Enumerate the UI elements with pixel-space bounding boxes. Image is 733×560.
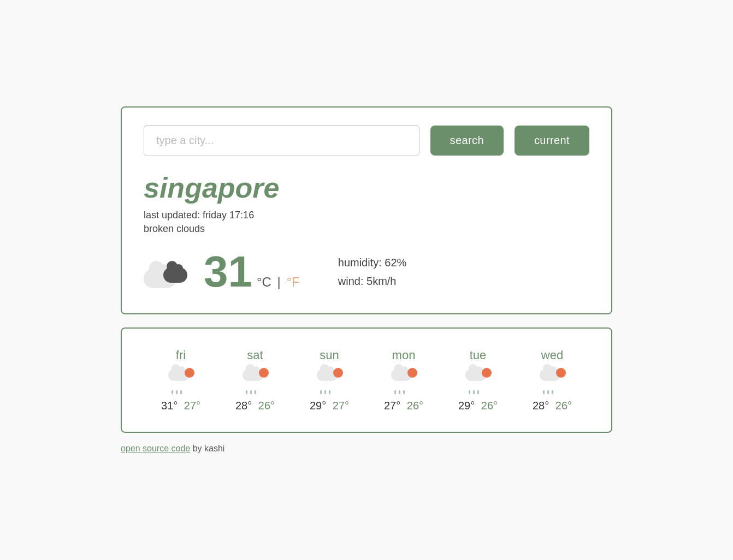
forecast-weather-icon — [539, 368, 566, 394]
forecast-high: 28° — [533, 400, 549, 412]
forecast-day-name: fri — [176, 348, 186, 362]
forecast-day-name: mon — [392, 348, 416, 362]
search-row: search current — [144, 125, 589, 156]
fahrenheit-unit[interactable]: °F — [287, 275, 300, 289]
forecast-day: sun 29° 27° — [310, 348, 349, 412]
weather-info-row: 31 °C | °F humidity: 62% wind: 5km/h — [144, 250, 589, 294]
forecast-day-name: sat — [247, 348, 263, 362]
current-button[interactable]: current — [515, 126, 589, 156]
forecast-card: fri 31° 27° sat 28° — [121, 327, 612, 433]
temperature-display: 31 °C | °F — [204, 250, 300, 294]
last-updated: last updated: friday 17:16 — [144, 210, 589, 221]
forecast-weather-icon — [316, 368, 343, 394]
forecast-high: 29° — [310, 400, 326, 412]
source-code-link[interactable]: open source code — [121, 444, 190, 453]
forecast-day: wed 28° 26° — [533, 348, 572, 412]
celsius-unit[interactable]: °C — [257, 275, 271, 289]
forecast-low: 26° — [258, 400, 275, 412]
forecast-low: 27° — [333, 400, 349, 412]
footer-by: by kashi — [190, 444, 224, 453]
forecast-temps: 29° 26° — [458, 400, 498, 412]
forecast-day: fri 31° 27° — [161, 348, 200, 412]
forecast-temps: 27° 26° — [384, 400, 423, 412]
humidity-label: humidity: 62% — [338, 253, 407, 272]
forecast-day: mon 27° 26° — [384, 348, 423, 412]
forecast-weather-icon — [464, 368, 492, 394]
search-button[interactable]: search — [430, 126, 504, 156]
forecast-high: 31° — [161, 400, 178, 412]
forecast-weather-icon — [390, 368, 417, 394]
forecast-high: 27° — [384, 400, 400, 412]
weather-card: search current singapore last updated: f… — [121, 106, 612, 314]
footer: open source code by kashi — [121, 444, 612, 454]
forecast-weather-icon — [167, 368, 194, 394]
forecast-temps: 29° 27° — [310, 400, 349, 412]
forecast-day: sat 28° 26° — [235, 348, 275, 412]
unit-separator: | — [277, 275, 281, 289]
weather-icon — [144, 255, 187, 288]
main-container: search current singapore last updated: f… — [121, 106, 612, 454]
forecast-low: 26° — [555, 400, 572, 412]
forecast-temps: 28° 26° — [533, 400, 572, 412]
temperature-units: °C | °F — [257, 275, 300, 290]
forecast-temps: 31° 27° — [161, 400, 200, 412]
forecast-day: tue 29° 26° — [458, 348, 498, 412]
forecast-weather-icon — [241, 368, 269, 394]
forecast-low: 26° — [407, 400, 423, 412]
forecast-day-name: tue — [470, 348, 487, 362]
forecast-temps: 28° 26° — [235, 400, 275, 412]
forecast-day-name: sun — [320, 348, 339, 362]
forecast-row: fri 31° 27° sat 28° — [144, 348, 589, 412]
forecast-day-name: wed — [541, 348, 563, 362]
temperature-value: 31 — [204, 250, 252, 294]
city-input[interactable] — [144, 125, 419, 156]
forecast-low: 26° — [481, 400, 498, 412]
forecast-high: 28° — [235, 400, 252, 412]
city-name: singapore — [144, 171, 589, 204]
forecast-low: 27° — [184, 400, 200, 412]
weather-stats: humidity: 62% wind: 5km/h — [338, 253, 407, 290]
forecast-high: 29° — [458, 400, 475, 412]
weather-description: broken clouds — [144, 223, 589, 235]
wind-label: wind: 5km/h — [338, 272, 407, 290]
